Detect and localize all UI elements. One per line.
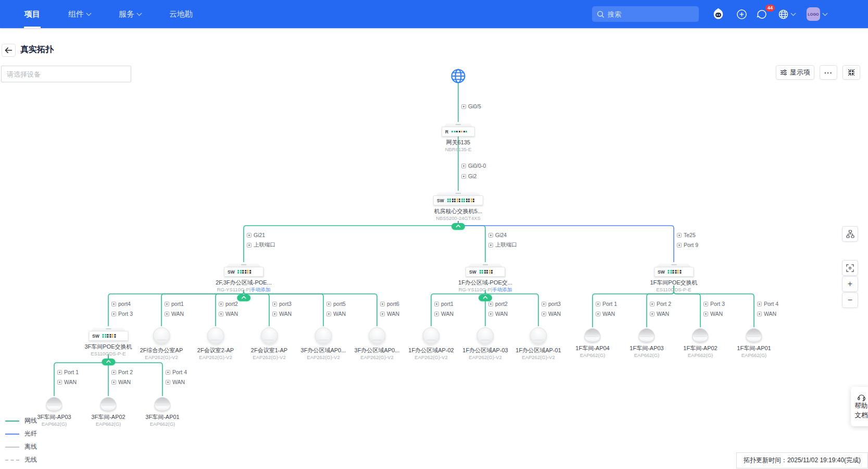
topology-node-sw-1f-workshop[interactable]: SW1F车间POE交换机ES110GDS-P-E [650, 263, 697, 293]
ai-assistant-icon[interactable] [711, 7, 725, 21]
sitemap-icon [846, 230, 854, 238]
topology-node-ap-1f-bg-03[interactable]: 1F办公区域AP-03EAP262(G)-V2 [462, 327, 508, 361]
display-options-button[interactable]: 显示项 [776, 65, 814, 80]
collapse-chip[interactable] [479, 294, 492, 301]
manual-add-link[interactable]: 手动添加 [492, 287, 512, 292]
topology-node-ap-2f-zhb[interactable]: 2F综合办公室APEAP262(G)-V2 [140, 327, 183, 361]
add-icon[interactable] [736, 9, 747, 20]
nav-tab-components[interactable]: 组件 [54, 0, 105, 28]
port-icon [57, 370, 62, 375]
port-label: Port 2 [650, 301, 671, 307]
device-name: 2F会议室1-AP [251, 347, 287, 354]
device-model: EAP262(G)-V2 [522, 354, 555, 360]
topology-node-gateway[interactable]: R网关6135NBR6135-E [442, 123, 475, 153]
collapse-chip[interactable] [451, 223, 465, 230]
wired-line-sample [5, 421, 19, 422]
port-leds [238, 270, 251, 274]
display-options-label: 显示项 [790, 68, 810, 77]
port-icon [272, 302, 277, 306]
port-icon [380, 312, 385, 316]
nav-tab-services[interactable]: 服务 [105, 0, 155, 28]
port-label: 上联端口 [247, 241, 275, 249]
account-avatar[interactable]: LOGO [807, 7, 827, 21]
topology-node-ap-3f-cj-01[interactable]: 3F车间-AP01EAP662(G) [145, 397, 179, 427]
back-button[interactable] [2, 44, 16, 57]
exit-fullscreen-button[interactable] [842, 65, 860, 80]
fit-screen-button[interactable] [842, 260, 858, 276]
topology-node-ap-1f-bg-02[interactable]: 1F办公区域AP-02EAP262(G)-V2 [408, 327, 454, 361]
topology-node-ap-2f-hys2[interactable]: 2F会议室2-APEAP262(G)-V2 [197, 327, 234, 361]
topology-node-ap-1f-bg-01[interactable]: 1F办公区域AP-01EAP262(G)-V2 [515, 327, 561, 361]
nav-tab-projects[interactable]: 项目 [10, 0, 54, 28]
port-icon [326, 312, 331, 316]
switch-icon: SW [89, 327, 128, 341]
topology-node-internet[interactable] [450, 68, 466, 84]
status-text: 拓扑更新时间：2025/11/02 19:19:40(完成) [744, 456, 861, 465]
port-icon [757, 312, 762, 316]
topology-node-sw-1f-office[interactable]: SW1F办公区域-POE交...RG-YS110G-P|手动添加 [458, 263, 512, 301]
switch-icon: SW [224, 263, 263, 277]
collapse-chip[interactable] [237, 294, 250, 301]
port-label: Port 9 [677, 242, 698, 248]
more-actions-button[interactable]: ··· [820, 65, 837, 80]
language-globe-icon[interactable] [778, 9, 795, 20]
port-label: WAN [272, 311, 292, 317]
topology-node-ap-3f-bg-b[interactable]: 3F办公区域AP0...EAP262(G)-V2 [355, 327, 400, 361]
help-docs-widget[interactable]: 帮助 文档 [851, 387, 868, 426]
topology-node-sw-3f-workshop[interactable]: SW3F车间POE交换机ES110GDS-P-E [84, 327, 132, 365]
topology-node-ap-3f-bg-a[interactable]: 3F办公区域AP0...EAP262(G)-V2 [301, 327, 346, 361]
port-label: port5 [326, 301, 346, 307]
port-icon [434, 302, 439, 306]
port-leds [447, 199, 475, 203]
device-name: 1F车间-AP02 [683, 345, 717, 352]
device-model: EAP262(G)-V2 [145, 354, 178, 360]
docs-label: 文档 [855, 411, 868, 421]
device-model: EAP262(G)-V2 [199, 354, 232, 360]
device-select-input[interactable] [1, 66, 131, 82]
port-icon [677, 233, 682, 238]
search-input[interactable] [608, 10, 686, 18]
port-icon [596, 302, 600, 306]
port-icon [461, 164, 466, 168]
switch-icon: SW [466, 263, 505, 277]
device-name: 3F车间-AP02 [91, 414, 125, 421]
device-model: ES110GDS-P-E [656, 287, 691, 292]
port-icon [166, 370, 170, 375]
search-box[interactable] [592, 6, 699, 22]
port-icon [165, 302, 169, 306]
legend-item-wired: 网线 [5, 414, 37, 427]
port-icon [111, 312, 116, 316]
manual-add-link[interactable]: 手动添加 [250, 287, 270, 292]
ap-ceiling-icon [476, 327, 494, 344]
zoom-out-button[interactable]: − [842, 292, 858, 308]
port-icon [650, 312, 655, 316]
port-icon [542, 312, 546, 316]
ap-dome-icon [46, 397, 62, 411]
topology-node-ap-1f-cj-02[interactable]: 1F车间-AP02EAP662(G) [683, 328, 717, 359]
topology-node-ap-1f-cj-01[interactable]: 1F车间-AP01EAP662(G) [737, 328, 771, 359]
zoom-in-button[interactable]: + [842, 276, 858, 292]
device-name: 机房核心交换机5... [434, 208, 482, 215]
device-model: EAP662(G) [150, 421, 175, 427]
device-model: RG-YS110G-P|手动添加 [459, 287, 512, 292]
messages-icon[interactable]: 44 [757, 9, 768, 20]
layout-tree-button[interactable] [842, 226, 858, 242]
topology-node-ap-2f-hys1[interactable]: 2F会议室1-APEAP262(G)-V2 [251, 327, 287, 361]
port-label: WAN [57, 379, 77, 385]
device-name: 3F车间POE交换机 [84, 343, 132, 350]
topology-node-sw-2f3f-office[interactable]: SW2F,3F办公区域-POE...RG-YS110G-P|手动添加 [216, 263, 272, 301]
ap-ceiling-icon [368, 327, 385, 344]
port-leds [480, 270, 493, 274]
nav-tab-survey[interactable]: 云地勘 [155, 0, 207, 28]
back-arrow-icon [5, 47, 12, 54]
top-nav: 项目 组件 服务 云地勘 44 LOGO [0, 0, 868, 28]
topology-node-core-switch[interactable]: SW机房核心交换机5...NBS5200-24GT4XS [433, 192, 483, 230]
topology-node-ap-3f-cj-03[interactable]: 3F车间-AP03EAP662(G) [37, 397, 71, 427]
topology-node-ap-3f-cj-02[interactable]: 3F车间-AP02EAP662(G) [91, 397, 125, 427]
device-name: 2F,3F办公区域-POE... [216, 279, 272, 286]
topology-node-ap-1f-cj-04[interactable]: 1F车间-AP04EAP662(G) [575, 328, 609, 359]
topology-node-ap-1f-cj-03[interactable]: 1F车间-AP03EAP662(G) [630, 328, 663, 359]
port-icon [380, 302, 385, 306]
collapse-chip[interactable] [102, 359, 115, 365]
port-label: port3 [272, 301, 292, 307]
